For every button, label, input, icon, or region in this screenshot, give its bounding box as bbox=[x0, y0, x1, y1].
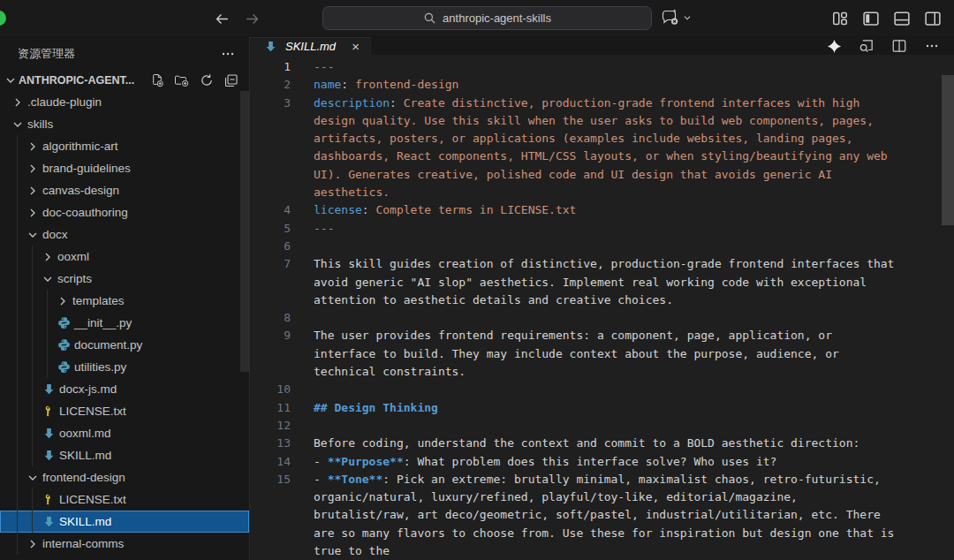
tree-item-LICENSE.txt[interactable]: LICENSE.txt bbox=[0, 488, 249, 511]
new-file-button[interactable] bbox=[149, 73, 164, 88]
tree-item-frontend-design[interactable]: frontend-design bbox=[0, 466, 249, 488]
line-number[interactable]: 14 bbox=[250, 453, 291, 471]
sidebar-scrollbar[interactable] bbox=[240, 91, 249, 372]
toggle-primary-sidebar-button[interactable] bbox=[861, 9, 881, 28]
tree-item-algorithmic-art[interactable]: algorithmic-art bbox=[0, 135, 249, 157]
line-content[interactable]: description: Create distinctive, product… bbox=[314, 95, 898, 202]
tree-item-internal-comms[interactable]: internal-comms bbox=[0, 533, 249, 555]
code-line[interactable]: 11## Design Thinking bbox=[250, 399, 954, 417]
code-line[interactable]: 15- **Tone**: Pick an extreme: brutally … bbox=[250, 471, 954, 560]
toggle-panel-button[interactable] bbox=[892, 9, 912, 28]
tree-item-doc-coauthoring[interactable]: doc-coauthoring bbox=[0, 201, 249, 223]
code-line[interactable]: 5--- bbox=[250, 220, 954, 238]
editor-more-actions-button[interactable] bbox=[923, 37, 941, 55]
tree-item-skills[interactable]: skills bbox=[0, 113, 249, 135]
tree-item-SKILL.md[interactable]: SKILL.md bbox=[0, 444, 249, 466]
code-line[interactable]: 13Before coding, understand the context … bbox=[250, 435, 954, 452]
line-content[interactable]: The user provides frontend requirements:… bbox=[314, 327, 898, 381]
line-content[interactable]: This skill guides creation of distinctiv… bbox=[314, 255, 898, 309]
copilot-sparkle-button[interactable] bbox=[825, 37, 843, 55]
collapse-folders-button[interactable] bbox=[223, 73, 238, 88]
navigate-forward-button[interactable] bbox=[242, 8, 261, 29]
tab-skill-md[interactable]: SKILL.md × bbox=[250, 37, 371, 55]
line-content[interactable]: Before coding, understand the context an… bbox=[314, 435, 898, 452]
line-content[interactable]: name: frontend-design bbox=[314, 76, 898, 94]
line-content[interactable]: - **Tone**: Pick an extreme: brutally mi… bbox=[314, 471, 898, 560]
explorer-more-actions-button[interactable] bbox=[220, 46, 235, 61]
code-line[interactable]: 7This skill guides creation of distincti… bbox=[250, 255, 954, 309]
tab-bar: SKILL.md × bbox=[250, 37, 954, 55]
refresh-explorer-button[interactable] bbox=[199, 73, 214, 88]
line-number[interactable]: 7 bbox=[250, 255, 291, 309]
line-content[interactable] bbox=[314, 238, 898, 255]
explorer-title: 资源管理器 bbox=[18, 46, 220, 62]
line-content[interactable] bbox=[314, 417, 898, 435]
code-line[interactable]: 10 bbox=[250, 381, 954, 398]
tree-item-scripts[interactable]: scripts bbox=[0, 268, 249, 290]
tree-item-SKILL.md[interactable]: SKILL.md bbox=[0, 511, 249, 533]
tab-close-button[interactable]: × bbox=[350, 38, 361, 55]
code-line[interactable]: 1--- bbox=[250, 58, 954, 76]
line-number[interactable]: 11 bbox=[250, 399, 291, 417]
tree-item-templates[interactable]: templates bbox=[0, 290, 249, 312]
code-token: : bbox=[362, 203, 369, 216]
code-line[interactable]: 12 bbox=[250, 417, 954, 435]
customize-layout-button[interactable] bbox=[830, 9, 850, 28]
command-center-search[interactable]: anthropic-agent-skills bbox=[322, 6, 652, 30]
indent-guide bbox=[17, 246, 18, 268]
line-number[interactable]: 4 bbox=[250, 201, 291, 219]
window-control-green[interactable] bbox=[0, 11, 6, 26]
tree-item-document.py[interactable]: document.py bbox=[0, 334, 249, 356]
line-number[interactable]: 8 bbox=[250, 309, 291, 327]
editor-scrollbar[interactable] bbox=[942, 75, 954, 225]
code-editor[interactable]: 1---2name: frontend-design3description: … bbox=[250, 55, 954, 560]
line-number[interactable]: 5 bbox=[250, 220, 291, 238]
code-line[interactable]: 6 bbox=[250, 238, 954, 255]
tree-item-docx[interactable]: docx bbox=[0, 223, 249, 246]
workspace-root-row[interactable]: ANTHROPIC-AGENT... bbox=[0, 70, 249, 91]
line-number[interactable]: 2 bbox=[250, 76, 291, 94]
line-content[interactable]: --- bbox=[314, 220, 898, 238]
copilot-chat-button[interactable] bbox=[660, 8, 693, 26]
line-number[interactable]: 3 bbox=[250, 95, 291, 202]
code-line[interactable]: 4license: Complete terms in LICENSE.txt bbox=[250, 201, 954, 219]
line-number[interactable]: 10 bbox=[250, 381, 291, 398]
tree-item-canvas-design[interactable]: canvas-design bbox=[0, 179, 249, 201]
navigate-back-button[interactable] bbox=[212, 8, 231, 29]
tree-item-.claude-plugin[interactable]: .claude-plugin bbox=[0, 91, 249, 113]
line-number[interactable]: 12 bbox=[250, 417, 291, 435]
tree-item-utilities.py[interactable]: utilities.py bbox=[0, 356, 249, 378]
tree-item-brand-guidelines[interactable]: brand-guidelines bbox=[0, 157, 249, 179]
tree-item-ooxml.md[interactable]: ooxml.md bbox=[0, 422, 249, 444]
line-content[interactable] bbox=[314, 309, 898, 327]
split-editor-button[interactable] bbox=[890, 37, 908, 55]
toggle-secondary-sidebar-button[interactable] bbox=[923, 9, 943, 28]
chevron-down-icon bbox=[40, 271, 56, 287]
line-content[interactable]: license: Complete terms in LICENSE.txt bbox=[314, 201, 898, 219]
line-number[interactable]: 9 bbox=[250, 327, 291, 381]
new-folder-button[interactable] bbox=[174, 73, 189, 88]
tree-item-ooxml[interactable]: ooxml bbox=[0, 246, 249, 268]
line-content[interactable]: - **Purpose**: What problem does this in… bbox=[314, 453, 898, 471]
code-line[interactable]: 2name: frontend-design bbox=[250, 76, 954, 94]
code-line[interactable]: 14- **Purpose**: What problem does this … bbox=[250, 453, 954, 471]
chat-icon bbox=[660, 8, 680, 26]
line-number[interactable]: 6 bbox=[250, 238, 291, 255]
code-line[interactable]: 8 bbox=[250, 309, 954, 327]
chevron-right-icon bbox=[10, 95, 26, 110]
line-number[interactable]: 1 bbox=[250, 58, 291, 76]
line-content[interactable]: --- bbox=[314, 58, 898, 76]
tree-item-LICENSE.txt[interactable]: LICENSE.txt bbox=[0, 400, 249, 422]
line-content[interactable]: ## Design Thinking bbox=[314, 399, 898, 417]
tree-item-label: canvas-design bbox=[42, 184, 119, 197]
tree-item-docx-js.md[interactable]: docx-js.md bbox=[0, 378, 249, 400]
tree-item-__init__.py[interactable]: __init__.py bbox=[0, 312, 249, 334]
new-folder-icon bbox=[174, 73, 189, 87]
line-number[interactable]: 13 bbox=[250, 435, 291, 452]
line-content[interactable] bbox=[314, 381, 898, 398]
line-number[interactable]: 15 bbox=[250, 471, 291, 560]
code-line[interactable]: 9The user provides frontend requirements… bbox=[250, 327, 954, 381]
indent-guide bbox=[17, 290, 18, 312]
open-preview-button[interactable] bbox=[858, 37, 875, 55]
code-line[interactable]: 3description: Create distinctive, produc… bbox=[250, 95, 954, 202]
